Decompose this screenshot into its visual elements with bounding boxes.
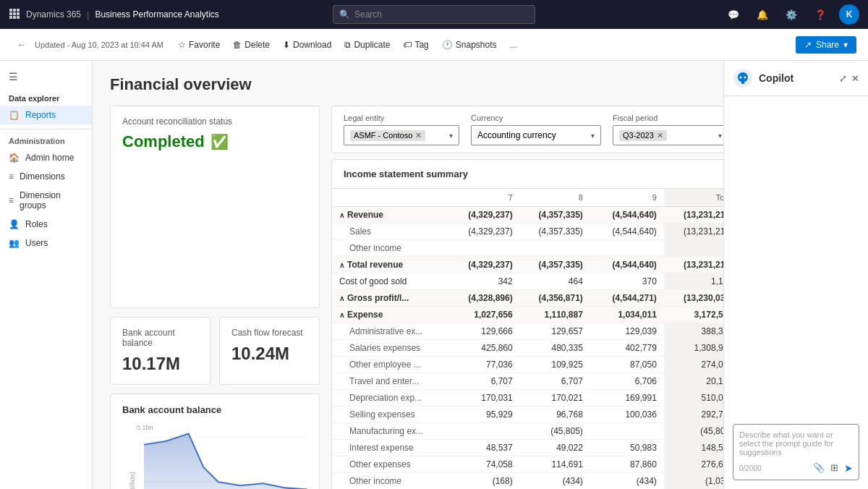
copilot-panel: Copilot ⤢ ✕ Describe what you want or se… <box>723 61 868 489</box>
sidebar-item-dimension-groups[interactable]: ≡ Dimension groups <box>0 186 92 215</box>
currency-select[interactable]: Accounting currency ▾ <box>471 125 601 145</box>
copilot-attach-icon[interactable]: 📎 <box>813 462 825 474</box>
copilot-placeholder-text: Describe what you want or select the pro… <box>739 430 853 456</box>
fiscal-period-label: Fiscal period <box>613 114 723 122</box>
col-label-header <box>332 189 449 207</box>
table-row: Salaries expenses425,860480,335402,7791,… <box>332 340 723 357</box>
table-row: Travel and enter...6,7076,7076,70620,120 <box>332 373 723 390</box>
bank-balance-card: Bank account balance 10.17M <box>110 317 210 385</box>
sidebar-item-admin-home[interactable]: 🏠 Admin home <box>0 148 92 167</box>
copilot-input-area[interactable]: Describe what you want or select the pro… <box>733 424 859 480</box>
dimensions-icon: ≡ <box>9 171 14 182</box>
collapse-icon[interactable]: ∧ <box>339 311 344 319</box>
svg-rect-5 <box>17 12 20 15</box>
bell-icon[interactable]: 🔔 <box>752 4 773 25</box>
fiscal-period-select[interactable]: Q3-2023 ✕ ▾ <box>613 125 723 145</box>
settings-icon[interactable]: ⚙️ <box>781 4 801 25</box>
income-statement-panel: Income statement summary 7 8 9 Tota <box>331 159 723 489</box>
fiscal-period-chip: Q3-2023 ✕ <box>619 130 667 141</box>
svg-rect-4 <box>13 12 16 15</box>
currency-filter: Currency Accounting currency ▾ <box>471 114 601 145</box>
search-bar[interactable]: 🔍 Search <box>333 5 535 24</box>
sidebar-item-roles[interactable]: 👤 Roles <box>0 215 92 234</box>
main-layout: ☰ Data explorer 📋 Reports Administration… <box>0 61 868 489</box>
user-avatar[interactable]: K <box>839 4 859 25</box>
legal-entity-select[interactable]: ASMF - Contoso ✕ ▾ <box>344 125 459 145</box>
duplicate-button[interactable]: ⧉ Duplicate <box>339 37 396 53</box>
copilot-title: Copilot <box>759 72 833 84</box>
completed-status: Completed ✅ <box>122 132 307 151</box>
copilot-input-footer: 0/2000 📎 ⊞ ➤ <box>739 462 853 474</box>
legal-entity-filter: Legal entity ASMF - Contoso ✕ ▾ <box>344 114 459 145</box>
collapse-icon[interactable]: ∧ <box>339 261 344 269</box>
chart-svg <box>144 422 307 489</box>
bank-balance-label: Bank account balance <box>122 328 198 348</box>
svg-rect-8 <box>17 16 20 19</box>
col-9-header: 9 <box>590 189 664 207</box>
collapse-icon[interactable]: ∧ <box>339 294 344 302</box>
sidebar-item-reports[interactable]: 📋 Reports <box>0 106 92 124</box>
legal-entity-close[interactable]: ✕ <box>415 131 422 140</box>
legal-entity-chip: ASMF - Contoso ✕ <box>350 130 425 141</box>
tag-button[interactable]: 🏷 Tag <box>397 37 434 53</box>
chat-icon[interactable]: 💬 <box>723 4 744 25</box>
table-row: Other income- <box>332 240 723 257</box>
col-8-header: 8 <box>520 189 590 207</box>
sidebar-divider <box>0 129 92 129</box>
tag-icon: 🏷 <box>403 40 412 50</box>
table-row: ∧Revenue(4,329,237)(4,357,335)(4,544,640… <box>332 207 723 224</box>
copilot-expand-icon[interactable]: ⤢ <box>839 73 847 84</box>
y-axis-label: Amount (Billion) <box>129 472 136 489</box>
back-button[interactable]: ← <box>12 35 32 55</box>
updated-text: Updated - Aug 10, 2023 at 10:44 AM <box>35 41 163 49</box>
help-icon[interactable]: ❓ <box>810 4 830 25</box>
check-circle-icon: ✅ <box>210 133 229 150</box>
fiscal-period-chevron: ▾ <box>718 132 722 140</box>
delete-button[interactable]: 🗑 Delete <box>227 37 276 53</box>
more-button[interactable]: ... <box>504 37 523 53</box>
sidebar: ☰ Data explorer 📋 Reports Administration… <box>0 61 93 489</box>
svg-rect-1 <box>13 9 16 12</box>
copilot-grid-icon[interactable]: ⊞ <box>830 462 838 474</box>
copilot-send-button[interactable]: ➤ <box>844 462 853 474</box>
share-button[interactable]: ↗ Share ▾ <box>796 36 856 54</box>
app-name: Dynamics 365 <box>26 9 81 20</box>
table-header-row: 7 8 9 Total <box>332 189 723 207</box>
copilot-header: Copilot ⤢ ✕ <box>724 61 868 96</box>
administration-label: Administration <box>0 134 92 148</box>
home-icon: 🏠 <box>9 153 20 163</box>
star-icon: ☆ <box>178 40 186 50</box>
snapshots-button[interactable]: 🕐 Snapshots <box>436 37 503 53</box>
share-icon: ↗ <box>804 40 812 50</box>
favorite-button[interactable]: ☆ Favorite <box>172 37 226 53</box>
data-explorer-header: Data explorer <box>0 90 92 106</box>
roles-icon: 👤 <box>9 219 20 229</box>
page-title: Financial overview <box>110 75 706 94</box>
copy-icon: ⧉ <box>344 40 351 50</box>
hamburger-button[interactable]: ☰ <box>0 67 92 87</box>
copilot-char-count: 0/2000 <box>739 464 762 472</box>
sidebar-item-dimensions[interactable]: ≡ Dimensions <box>0 167 92 186</box>
sidebar-item-users[interactable]: 👥 Users <box>0 234 92 252</box>
chart-card: Bank account balance 0.1bn 0.1bn <box>110 394 320 489</box>
table-row: Manufacturing ex...(45,805)(45,805) <box>332 423 723 440</box>
trash-icon: 🗑 <box>233 40 242 50</box>
reconciliation-title: Account reconciliation status <box>122 116 307 127</box>
income-table: 7 8 9 Total ∧Revenue(4,329,237)(4,357,33… <box>332 189 723 489</box>
grid-icon[interactable] <box>9 8 20 22</box>
bank-balance-value: 10.17M <box>122 354 198 374</box>
download-button[interactable]: ⬇ Download <box>277 37 337 53</box>
copilot-close-icon[interactable]: ✕ <box>851 73 859 84</box>
collapse-icon[interactable]: ∧ <box>339 211 344 219</box>
toolbar: ← Updated - Aug 10, 2023 at 10:44 AM ☆ F… <box>0 29 868 61</box>
fiscal-period-close[interactable]: ✕ <box>657 131 663 140</box>
chart-title: Bank account balance <box>122 404 307 415</box>
table-row: Sales(4,329,237)(4,357,335)(4,544,640)(1… <box>332 224 723 240</box>
search-icon: 🔍 <box>339 9 350 20</box>
currency-label: Currency <box>471 114 601 122</box>
table-row: Interest expense48,53749,02250,983148,54… <box>332 440 723 456</box>
users-icon: 👥 <box>9 238 20 248</box>
table-row: ∧Total revenue(4,329,237)(4,357,335)(4,5… <box>332 257 723 273</box>
fiscal-period-filter: Fiscal period Q3-2023 ✕ ▾ <box>613 114 723 145</box>
table-row: Selling expenses95,92996,768100,036292,7… <box>332 407 723 423</box>
